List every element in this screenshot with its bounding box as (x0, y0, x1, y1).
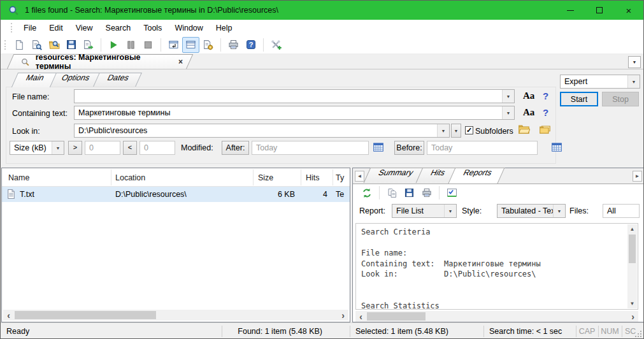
help-button[interactable]: ? (242, 37, 259, 53)
advanced-folder-options-button[interactable] (539, 124, 551, 136)
output-tab-bar: ◄ Summary Hits Reports ► (353, 168, 644, 184)
look-in-history-button[interactable]: ▼ (451, 124, 461, 138)
print-button[interactable] (225, 37, 242, 53)
chevron-down-icon[interactable]: ▼ (502, 106, 514, 119)
resize-grip[interactable] (634, 329, 641, 337)
scrollbar-thumb[interactable] (629, 234, 636, 263)
minimize-button[interactable] (555, 1, 585, 20)
column-divider[interactable] (301, 170, 301, 185)
column-divider[interactable] (111, 170, 111, 185)
menu-tools[interactable]: Tools (137, 22, 168, 34)
column-header-location[interactable]: Location (115, 168, 145, 187)
tab-dates[interactable]: Dates (93, 73, 141, 87)
document-gear-icon (203, 40, 213, 50)
modified-before-button[interactable]: Before: (394, 141, 424, 155)
modified-after-field[interactable]: Today (252, 141, 369, 155)
menu-window[interactable]: Window (168, 22, 209, 34)
open-results-button[interactable] (45, 37, 62, 53)
chevron-down-icon[interactable]: ▼ (627, 75, 640, 88)
close-button[interactable]: × (614, 1, 643, 20)
chevron-down-icon[interactable]: ▼ (444, 205, 456, 217)
column-header-size[interactable]: Size (258, 168, 273, 187)
report-type-combo[interactable]: File List ▼ (392, 204, 457, 218)
calendar-icon (551, 141, 562, 152)
file-name-match-case-button[interactable]: Aa (523, 90, 534, 101)
size-less-button[interactable]: < (123, 141, 137, 155)
stop-button[interactable]: Stop (602, 92, 639, 106)
column-header-name[interactable]: Name (8, 168, 29, 187)
containing-text-expression-help-button[interactable]: ? (543, 107, 548, 118)
toggle-split-view-button[interactable] (182, 37, 199, 53)
size-min-field[interactable]: 0 (85, 141, 120, 155)
before-calendar-button[interactable] (551, 141, 562, 154)
print-report-button[interactable] (418, 185, 435, 201)
search-mode-combo[interactable]: Expert ▼ (560, 75, 640, 89)
look-in-value: D:\Public\resources (75, 124, 437, 137)
search-tab-close-icon[interactable]: × (178, 57, 183, 66)
column-header-hits[interactable]: Hits (306, 168, 320, 187)
stop-search-toolbar-button[interactable] (140, 37, 157, 53)
scroll-left-icon[interactable]: ‹ (355, 311, 366, 322)
report-horizontal-scrollbar[interactable]: ‹ › (355, 311, 638, 322)
after-calendar-button[interactable] (373, 141, 384, 154)
scrollbar-thumb[interactable] (367, 312, 426, 321)
modified-after-button[interactable]: After: (222, 141, 249, 155)
scrollbar-thumb[interactable] (15, 311, 156, 319)
chevron-down-icon[interactable]: ▼ (502, 90, 514, 103)
file-name-combo[interactable]: ▼ (74, 89, 515, 103)
modified-before-field[interactable]: Today (427, 141, 538, 155)
scroll-down-icon[interactable]: ▼ (627, 299, 637, 308)
file-name-expression-help-button[interactable]: ? (543, 90, 548, 101)
report-view[interactable]: Search Criteria File name: Containing te… (355, 223, 638, 310)
chevron-down-icon[interactable]: ▼ (437, 124, 449, 137)
size-greater-button[interactable]: > (68, 141, 82, 155)
chevron-down-icon[interactable]: ▼ (553, 205, 565, 217)
export-results-button[interactable] (80, 37, 97, 53)
refresh-report-button[interactable] (358, 185, 375, 201)
menu-view[interactable]: View (69, 22, 99, 34)
menu-edit[interactable]: Edit (43, 22, 69, 34)
results-horizontal-scrollbar[interactable]: ‹ › (3, 310, 348, 321)
configure-tools-button[interactable] (268, 37, 285, 53)
scroll-right-icon[interactable]: › (627, 311, 638, 322)
tab-main[interactable]: Main (11, 73, 57, 87)
search-tab[interactable]: resources: Маркетинговые термины × (7, 54, 193, 69)
tab-scroll-right-button[interactable]: ► (633, 171, 642, 182)
menu-file[interactable]: File (17, 22, 43, 34)
maximize-button[interactable] (585, 1, 614, 20)
scroll-left-icon[interactable]: ‹ (3, 310, 14, 321)
look-in-combo[interactable]: D:\Public\resources ▼ (74, 124, 450, 138)
start-button[interactable]: Start (560, 92, 598, 106)
scroll-up-icon[interactable]: ▲ (627, 224, 637, 234)
containing-text-combo[interactable]: Маркетинговые термины ▼ (74, 106, 515, 120)
tab-reports[interactable]: Reports (448, 168, 504, 184)
report-fields-button[interactable] (443, 185, 461, 201)
tab-scroll-left-button[interactable]: ◄ (355, 171, 364, 182)
scroll-right-icon[interactable]: › (338, 310, 348, 321)
size-max-field[interactable]: 0 (140, 141, 175, 155)
report-vertical-scrollbar[interactable]: ▲ ▼ (627, 224, 637, 308)
chevron-down-icon[interactable]: ▼ (52, 141, 64, 154)
pause-search-toolbar-button[interactable] (122, 37, 140, 53)
files-filter-field[interactable]: All (603, 204, 640, 218)
tab-list-dropdown-button[interactable]: ▼ (628, 56, 641, 68)
open-search-criteria-button[interactable] (28, 37, 45, 53)
new-search-button[interactable] (11, 37, 28, 53)
menu-search[interactable]: Search (99, 22, 138, 34)
column-divider[interactable] (333, 170, 333, 185)
browse-folder-button[interactable] (518, 124, 530, 136)
result-options-button[interactable] (199, 37, 217, 53)
save-results-button[interactable] (62, 37, 80, 53)
size-unit-combo[interactable]: Size (kB) ▼ (10, 141, 64, 155)
report-style-combo[interactable]: Tabulated - Text ▼ (497, 204, 566, 218)
column-header-type[interactable]: Ty (336, 168, 344, 187)
start-search-toolbar-button[interactable] (105, 37, 122, 53)
result-row[interactable]: T.txt D:\Public\resources\ 6 KB 4 Te (2, 187, 350, 202)
copy-report-button[interactable] (383, 185, 401, 201)
menu-help[interactable]: Help (210, 22, 239, 34)
toggle-output-panel-button[interactable] (165, 37, 182, 53)
save-report-button[interactable] (401, 185, 418, 201)
column-divider[interactable] (253, 170, 254, 185)
subfolders-checkbox[interactable]: ✓ (465, 126, 473, 134)
containing-text-match-case-button[interactable]: Aa (523, 107, 534, 118)
